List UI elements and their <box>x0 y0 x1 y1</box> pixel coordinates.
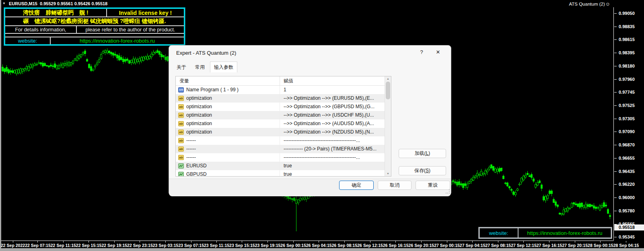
param-value[interactable]: true <box>280 162 391 170</box>
window-edge-bottom <box>0 248 644 251</box>
time-tick: 22 Sep 19:15 <box>101 241 127 248</box>
price-tick-label: 0.97745 <box>614 90 635 95</box>
scroll-up-icon[interactable]: ▲ <box>385 77 391 81</box>
param-value[interactable]: 1 <box>280 86 391 94</box>
time-tick: 23 Sep 11:15 <box>204 241 229 248</box>
param-value[interactable]: ----------------------------------------… <box>280 153 391 162</box>
price-tick-label: 0.98835 <box>614 24 635 29</box>
param-name: ------ <box>186 153 196 162</box>
param-value[interactable]: -->> Optimization -->> (GBPUSD M5),(G... <box>280 103 391 111</box>
time-tick-label: 22 Sep 23:15 <box>127 243 153 248</box>
param-name: ------ <box>186 145 196 153</box>
license-garbled-title: 湾忮瘩 腓鲥礤桀眄 觌 ! <box>5 9 107 16</box>
time-tick-label: 22 Sep 19:15 <box>101 243 127 248</box>
param-row[interactable]: ab------------------ (20-> Pairs) (TIMEF… <box>176 145 391 153</box>
license-garbled-text: 碾 镱漯铽眍?桧蠡痨囹梃 铽疣蜩蝈预 ?噔蝾疸 镱钿铐蹑. <box>5 17 184 25</box>
time-tick-label: 26 Sep 04:15 <box>306 243 332 248</box>
string-icon: ab <box>178 104 184 109</box>
price-axis: 0.990500.988350.986150.983950.981800.979… <box>613 7 644 241</box>
param-row[interactable]: GBPUSDtrue <box>176 170 391 177</box>
time-tick-label: 27 Sep 08:15 <box>485 243 511 248</box>
column-header-value[interactable]: 赋值 <box>280 76 391 85</box>
time-tick-label: 26 Sep 16:15 <box>383 243 409 248</box>
license-warning-box: 湾忮瘩 腓鲥礤桀眄 觌 ! Invalid license key ! 碾 镱漯… <box>4 8 185 45</box>
param-name: Name Program ( 1 - 99 ) <box>186 86 239 94</box>
scroll-down-icon[interactable]: ▼ <box>385 172 391 176</box>
param-row[interactable]: EURUSDtrue <box>176 162 391 170</box>
time-tick: 27 Sep 08:15 <box>485 241 511 248</box>
chart-menu-triangle-icon[interactable]: ▼ <box>2 2 6 5</box>
time-tick-label: 23 Sep 03:15 <box>153 243 179 248</box>
param-value[interactable]: -->> Optimization -->> (NZDUSD M5),(N... <box>280 128 391 136</box>
ea-badge: ATS Quantum (2)☺ <box>569 1 610 7</box>
param-value[interactable]: -->> Optimization -->> (EURUSD M5),(E... <box>280 94 391 103</box>
license-row-spacer <box>5 34 184 37</box>
string-icon: ab <box>178 130 184 135</box>
price-tick-label: 0.97960 <box>614 77 635 82</box>
time-tick-label: 23 Sep 15:15 <box>229 243 255 248</box>
time-tick: 28 Sep 04:15 <box>613 241 639 248</box>
time-tick: 26 Sep 00:15 <box>280 241 306 248</box>
time-tick: 26 Sep 20:15 <box>409 241 434 248</box>
time-tick: 27 Sep 16:15 <box>537 241 562 248</box>
param-row[interactable]: aboptimization-->> Optimization -->> (EU… <box>176 94 391 103</box>
param-value[interactable]: -->> Optimization -->> (AUDUSD M5),(A... <box>280 119 391 128</box>
param-name: optimization <box>186 128 212 136</box>
price-tick-label: 0.96870 <box>614 142 635 147</box>
watermark-website-url[interactable]: https://innovation-forex-robots.ru <box>518 228 611 238</box>
param-row[interactable]: ab--------------------------------------… <box>176 136 391 145</box>
param-row[interactable]: aboptimization-->> Optimization -->> (AU… <box>176 119 391 128</box>
tab-about[interactable]: 关于 <box>173 62 190 72</box>
param-name: optimization <box>186 103 212 111</box>
close-icon[interactable]: ✕ <box>434 49 442 56</box>
time-tick: 22 Sep 07:15 <box>25 241 51 248</box>
time-tick: 23 Sep 03:15 <box>153 241 179 248</box>
time-tick-label: 22 Sep 15:15 <box>76 243 102 248</box>
chart-title-bar: ▼ EURUSD,M15 0.95529 0.95561 0.95426 0.9… <box>0 0 644 7</box>
column-header-variable[interactable]: 变量 <box>176 76 280 85</box>
table-scrollbar[interactable]: ▲ ▼ <box>385 76 391 176</box>
time-tick-label: 26 Sep 20:15 <box>409 243 434 248</box>
time-tick: 26 Sep 04:15 <box>306 241 332 248</box>
scrollbar-thumb[interactable] <box>386 82 390 99</box>
time-tick-label: 27 Sep 00:15 <box>434 243 460 248</box>
param-value[interactable]: -->> Optimization -->> (USDCHF M5),(U... <box>280 111 391 119</box>
param-row[interactable]: aboptimization-->> Optimization -->> (GB… <box>176 103 391 111</box>
license-row-2: 碾 镱漯铽眍?桧蠡痨囹梃 铽疣蜩蝈预 ?噔蝾疸 镱钿铐蹑. <box>5 17 184 26</box>
time-tick-label: 26 Sep 12:15 <box>357 243 383 248</box>
symbol-quote-label: EURUSD,M15 0.95529 0.95561 0.95426 0.955… <box>9 1 107 6</box>
tab-common[interactable]: 常用 <box>191 62 208 72</box>
load-button[interactable]: 加载(L) <box>399 149 446 158</box>
param-value[interactable]: ----------------------------------------… <box>280 136 391 145</box>
license-row-website: website: https://innovation-forex-robots… <box>5 37 184 44</box>
help-button[interactable]: ? <box>418 49 425 56</box>
cancel-button[interactable]: 取消 <box>378 181 412 190</box>
time-tick-label: 23 Sep 19:15 <box>255 243 281 248</box>
ok-button[interactable]: 确定 <box>339 181 374 190</box>
param-row[interactable]: aboptimization-->> Optimization -->> (US… <box>176 111 391 119</box>
integer-icon: 123 <box>178 87 184 93</box>
time-tick-label: 28 Sep 04:15 <box>613 243 639 248</box>
resize-grip[interactable] <box>446 189 450 193</box>
tab-inputs[interactable]: 输入参数 <box>210 62 237 72</box>
website-url[interactable]: https://innovation-forex-robots.ru <box>51 37 184 44</box>
param-row[interactable]: aboptimization-->> Optimization -->> (NZ… <box>176 128 391 136</box>
price-tick-label: 0.98615 <box>614 37 635 42</box>
time-tick: 27 Sep 00:15 <box>434 241 460 248</box>
reset-button[interactable]: 重设 <box>416 181 450 190</box>
param-name: optimization <box>186 94 212 103</box>
parameters-table: 变量 赋值 123Name Program ( 1 - 99 )1aboptim… <box>175 76 391 177</box>
param-value[interactable]: true <box>280 170 391 177</box>
save-button[interactable]: 保存(S) <box>399 166 446 175</box>
param-row[interactable]: 123Name Program ( 1 - 99 )1 <box>176 86 391 94</box>
ea-smiley-icon[interactable]: ☺ <box>605 1 610 7</box>
time-tick: 27 Sep 04:15 <box>460 241 486 248</box>
price-tick-label: 0.95780 <box>614 208 635 213</box>
string-icon: ab <box>178 96 184 101</box>
param-row[interactable]: ab--------------------------------------… <box>176 153 391 162</box>
time-tick-label: 27 Sep 04:15 <box>460 243 486 248</box>
param-value[interactable]: ------------ (20-> Pairs) (TIMEFRAMES-M5… <box>280 145 391 153</box>
time-tick: 27 Sep 20:15 <box>562 241 588 248</box>
license-row-1: 湾忮瘩 腓鲥礤桀眄 觌 ! Invalid license key ! <box>5 9 184 17</box>
price-tick-label: 0.99050 <box>614 11 635 16</box>
